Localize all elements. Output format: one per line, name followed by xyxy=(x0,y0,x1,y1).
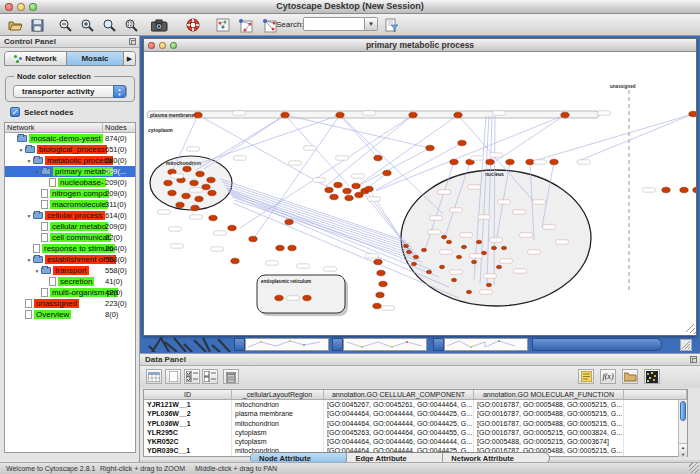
network-node[interactable] xyxy=(231,258,239,264)
network-node[interactable] xyxy=(325,187,333,193)
network-node[interactable] xyxy=(426,270,431,274)
network-node[interactable] xyxy=(345,195,353,201)
network-node[interactable] xyxy=(458,140,466,146)
expand-arrow-icon[interactable]: ▼ xyxy=(25,257,33,263)
network-node[interactable] xyxy=(191,205,199,211)
select-nodes-checkbox[interactable]: ✓ xyxy=(10,107,20,117)
network-tree-item[interactable]: unassigned223(0) xyxy=(5,298,135,309)
network-node[interactable] xyxy=(281,112,289,118)
network-node[interactable] xyxy=(550,159,558,165)
filter-button[interactable] xyxy=(382,16,400,34)
network-node[interactable] xyxy=(276,245,284,251)
network-node[interactable] xyxy=(377,270,385,276)
minimized-window-titlebar[interactable] xyxy=(532,338,662,351)
window-resize-grip[interactable] xyxy=(689,463,699,473)
network-tree-item[interactable]: ▼primary metabo209(... xyxy=(5,166,135,177)
network-node[interactable] xyxy=(456,255,461,259)
help-button[interactable] xyxy=(184,16,202,34)
network-node[interactable] xyxy=(176,202,184,208)
network-node[interactable] xyxy=(680,187,688,193)
notes-button[interactable] xyxy=(578,369,594,384)
minimized-network-view[interactable] xyxy=(444,338,528,351)
network-node[interactable] xyxy=(343,188,351,194)
network-node[interactable] xyxy=(182,193,190,199)
network-node[interactable] xyxy=(285,219,293,225)
tab-mosaic[interactable]: Mosaic xyxy=(67,52,124,65)
select-attributes-button[interactable] xyxy=(184,369,200,384)
network-tree-item[interactable]: mosaic-demo-yeast874(0) xyxy=(5,133,135,144)
network-node[interactable] xyxy=(486,159,494,165)
zoom-in-button[interactable] xyxy=(78,16,96,34)
network-node[interactable] xyxy=(409,112,417,118)
network-node[interactable] xyxy=(446,240,451,244)
network-node[interactable] xyxy=(288,245,296,251)
network-node[interactable] xyxy=(693,187,696,193)
network-edge[interactable] xyxy=(222,182,410,244)
network-node[interactable] xyxy=(421,248,426,252)
search-input[interactable] xyxy=(303,17,365,31)
network-node[interactable] xyxy=(466,290,471,294)
network-node[interactable] xyxy=(403,244,408,248)
expand-arrow-icon[interactable]: ▼ xyxy=(33,169,41,175)
network-node[interactable] xyxy=(336,112,344,118)
network-node[interactable] xyxy=(496,265,501,269)
network-node[interactable] xyxy=(526,159,534,165)
network-tree-item[interactable]: nucleobase-209(0) xyxy=(5,177,135,188)
tab-overflow-button[interactable]: ▶ xyxy=(124,52,135,65)
minimized-window-handle[interactable] xyxy=(332,338,343,351)
minimized-network-view[interactable] xyxy=(245,338,329,351)
network-node[interactable] xyxy=(334,182,342,188)
expand-arrow-icon[interactable]: ▼ xyxy=(17,147,25,153)
network-edge[interactable] xyxy=(285,115,430,148)
float-panel-icon[interactable] xyxy=(129,38,136,45)
expand-arrow-icon[interactable]: ▼ xyxy=(33,268,41,274)
column-header-cellular-component[interactable]: annotation.GO CELLULAR_COMPONENT xyxy=(324,390,474,399)
column-header-molecular-function[interactable]: annotation.GO MOLECULAR_FUNCTION xyxy=(474,390,624,399)
network-node[interactable] xyxy=(194,112,202,118)
zoom-fit-button[interactable] xyxy=(100,16,118,34)
scrollbar-arrows[interactable]: ▲▼ xyxy=(679,443,687,457)
table-row[interactable]: YLR295Ccytoplasm[GO:0045263, GO:0044464,… xyxy=(144,428,687,437)
expand-arrow-icon[interactable]: ▼ xyxy=(25,213,33,219)
network-tree-item[interactable]: multi-organism pro42(0) xyxy=(5,287,135,298)
network-tree-item[interactable]: ▼cellular process614(0) xyxy=(5,210,135,221)
open-session-button[interactable] xyxy=(6,16,24,34)
network-edge[interactable] xyxy=(340,115,443,214)
network-node[interactable] xyxy=(662,187,670,193)
network-edge[interactable] xyxy=(530,114,693,162)
network-node[interactable] xyxy=(183,166,191,172)
network-node[interactable] xyxy=(439,265,444,269)
zoom-selected-button[interactable] xyxy=(122,16,140,34)
network-tree-item[interactable]: response to stimulu264(0) xyxy=(5,243,135,254)
network-node[interactable] xyxy=(164,180,172,186)
network-node[interactable] xyxy=(355,192,363,198)
network-node[interactable] xyxy=(476,240,481,244)
column-header-region[interactable]: _cellularLayoutRegion xyxy=(232,390,324,399)
layout-tool-button-1[interactable] xyxy=(236,16,254,34)
network-node[interactable] xyxy=(383,170,391,176)
network-node[interactable] xyxy=(376,292,384,298)
network-node[interactable] xyxy=(451,278,456,282)
formula-builder-button[interactable]: f(x) xyxy=(600,369,616,384)
network-node[interactable] xyxy=(190,180,198,186)
network-node[interactable] xyxy=(471,260,476,264)
attribute-table-button[interactable] xyxy=(146,369,162,384)
network-overview-button[interactable] xyxy=(214,16,232,34)
desktop-resize-grip[interactable] xyxy=(680,339,692,351)
network-node[interactable] xyxy=(373,303,381,309)
network-node[interactable] xyxy=(330,194,338,200)
unselect-attributes-button[interactable] xyxy=(202,369,218,384)
network-node[interactable] xyxy=(374,259,382,265)
network-tree-item[interactable]: ▼establishment of lo558(0) xyxy=(5,254,135,265)
import-attributes-button[interactable] xyxy=(622,369,638,384)
network-node[interactable] xyxy=(501,246,506,250)
network-node[interactable] xyxy=(374,155,382,161)
tree-column-nodes[interactable]: Nodes xyxy=(103,123,135,132)
network-tree-item[interactable]: ▼metabolic process280(0) xyxy=(5,155,135,166)
network-node[interactable] xyxy=(486,283,491,287)
network-node[interactable] xyxy=(411,262,416,266)
minimized-network-view[interactable] xyxy=(343,338,427,351)
table-row[interactable]: YKR052Ccytoplasm[GO:0044464, GO:0044446,… xyxy=(144,437,687,446)
network-node[interactable] xyxy=(195,196,203,202)
network-node[interactable] xyxy=(352,183,360,189)
